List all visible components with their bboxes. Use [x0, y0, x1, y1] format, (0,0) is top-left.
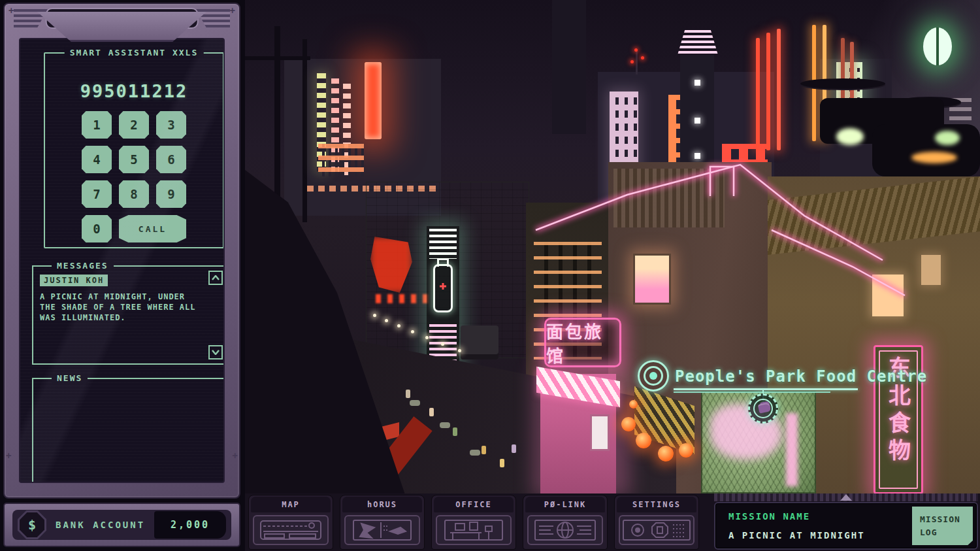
street-lamp — [441, 342, 444, 346]
street-lamp — [373, 314, 376, 317]
bottle-icon — [433, 264, 453, 312]
nav-button-po-link[interactable]: PØ-LINK — [523, 495, 608, 550]
message-body: A PICNIC AT MIDNIGHT, UNDER THE SHADE OF… — [40, 292, 201, 324]
screw-icon: + — [233, 450, 238, 461]
target-reticle-icon[interactable] — [638, 360, 669, 392]
menu-board — [590, 414, 610, 451]
bank-balance-value: 2,000 — [154, 511, 226, 539]
antenna-mast — [636, 51, 638, 75]
lantern — [679, 443, 693, 458]
phone-screen: SMART ASSISTANT XXLS 995011212 1 2 3 4 5… — [19, 38, 225, 483]
keypad-key-2[interactable]: 2 — [119, 111, 149, 139]
expand-triangle-icon[interactable] — [840, 494, 852, 501]
smart-assistant-title: SMART ASSISTANT XXLS — [65, 48, 204, 58]
keypad-key-7[interactable]: 7 — [82, 180, 112, 208]
nav-button-office[interactable]: OFFICE — [431, 495, 516, 550]
chevron-up-icon — [212, 275, 220, 280]
neon-bar — [786, 413, 798, 486]
neon-tube-red — [766, 33, 770, 150]
screw-icon: + — [6, 450, 11, 461]
dialed-number-display: 995011212 — [45, 81, 223, 101]
dollar-symbol: $ — [20, 512, 44, 537]
neon-tube-red — [756, 38, 760, 150]
street-lamp — [425, 336, 429, 339]
hotel-neon-sign: 面包旅馆 — [544, 318, 621, 367]
lantern — [658, 446, 674, 461]
mission-log-button[interactable]: MISSION LOG — [910, 507, 973, 545]
window-lights-warm — [318, 144, 364, 176]
pharmacy-bottle-sign — [427, 226, 459, 370]
mission-name-text: A PICNIC AT MIDNIGHT — [728, 530, 865, 541]
hand-cursor-icon — [758, 402, 772, 413]
sign-stripes — [429, 229, 457, 259]
mission-panel-ridge — [714, 493, 978, 501]
po-link-globe-icon — [527, 515, 603, 545]
keypad-key-6[interactable]: 6 — [156, 146, 186, 173]
lit-window — [633, 254, 671, 305]
tiled-roof — [768, 176, 980, 255]
nav-button-horus[interactable]: hORUS — [340, 495, 425, 550]
chevron-down-icon — [212, 350, 220, 355]
neon-red-window-strip — [365, 62, 382, 139]
hotel-neon-text: 面包旅馆 — [546, 318, 619, 367]
game-screen: 面包旅馆 — [0, 0, 980, 551]
nav-button-map[interactable]: MAP — [248, 495, 333, 550]
street-lamp — [458, 349, 461, 352]
pink-storefront — [540, 374, 616, 493]
pedestrian — [453, 427, 457, 436]
drone-rotor-icon — [800, 78, 885, 89]
keypad-key-8[interactable]: 8 — [119, 180, 149, 208]
street-lamp — [385, 319, 388, 322]
scaffold-bar — [245, 56, 310, 60]
call-button[interactable]: CALL — [119, 215, 186, 242]
city-scene: 面包旅馆 — [245, 0, 980, 493]
bank-account-label: BANK ACCOUNT — [56, 520, 145, 530]
street-lamp — [411, 330, 414, 333]
bottom-nav-bar: MAP hORUS — [245, 493, 980, 551]
location-pin-marker[interactable] — [748, 393, 778, 424]
location-underline — [674, 392, 830, 393]
screw-icon: + — [8, 5, 14, 16]
scroll-down-button[interactable] — [208, 345, 223, 359]
mission-header-label: MISSION NAME — [728, 511, 810, 522]
drone-body — [872, 124, 980, 176]
nav-label: MAP — [251, 497, 331, 512]
bank-account-inner: $ BANK ACCOUNT 2,000 — [12, 510, 231, 540]
street-lamp — [397, 324, 400, 327]
message-sender[interactable]: JUSTIN KOH — [40, 275, 108, 286]
mission-panel: MISSION NAME A PICNIC AT MIDNIGHT MISSIO… — [714, 502, 978, 550]
street-table — [410, 400, 420, 406]
keypad-key-4[interactable]: 4 — [82, 146, 112, 173]
truck — [461, 326, 498, 359]
lantern — [636, 433, 651, 448]
drone-light — [935, 131, 960, 145]
keypad-key-0[interactable]: 0 — [82, 215, 112, 242]
office-desk-icon — [436, 515, 512, 545]
keypad-key-1[interactable]: 1 — [82, 111, 112, 139]
messages-section: MESSAGES JUSTIN KOH A PICNIC AT MIDNIGHT… — [32, 265, 225, 365]
pedestrian — [500, 459, 504, 467]
keypad-key-3[interactable]: 3 — [156, 111, 186, 139]
map-icon — [253, 515, 329, 545]
dial-keypad: 1 2 3 4 5 6 7 8 9 0 CALL — [82, 111, 186, 242]
bank-account-bar: $ BANK ACCOUNT 2,000 — [3, 503, 240, 547]
drone-light — [836, 128, 864, 145]
wood-slats — [613, 169, 725, 227]
location-label[interactable]: People's Park Food Centre — [675, 367, 927, 386]
pedestrian — [429, 408, 434, 416]
horus-bird-icon — [344, 515, 420, 545]
keypad-key-5[interactable]: 5 — [119, 146, 149, 173]
messages-title: MESSAGES — [52, 261, 114, 271]
smart-assistant-panel: + + + + 08/03/32 MON 07:42 SMART ASSISTA… — [0, 0, 245, 551]
nav-button-settings[interactable]: SETTINGS — [614, 495, 699, 550]
red-lantern-row — [376, 294, 428, 303]
scroll-up-button[interactable] — [208, 271, 223, 285]
news-title: NEWS — [52, 373, 88, 383]
phone-bezel: + + + + 08/03/32 MON 07:42 SMART ASSISTA… — [3, 3, 240, 499]
green-oval-neon-sign — [923, 27, 952, 65]
dollar-coin-icon: $ — [18, 510, 46, 539]
medical-cross-icon — [440, 283, 446, 290]
scaffold-pole — [302, 39, 307, 222]
nav-label: OFFICE — [434, 497, 514, 512]
keypad-key-9[interactable]: 9 — [156, 180, 186, 208]
